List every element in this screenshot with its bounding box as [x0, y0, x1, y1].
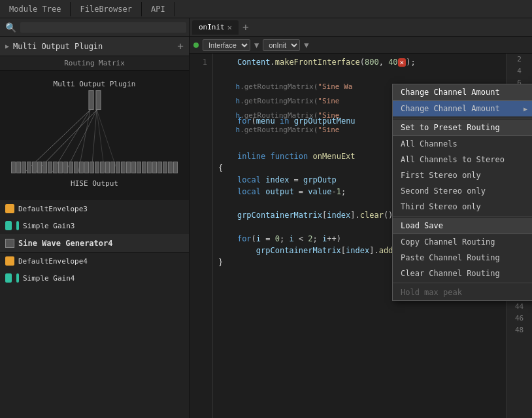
bottom-ch-31 — [168, 162, 173, 173]
tab-label: onInit — [199, 23, 225, 31]
bottom-ch-20 — [110, 162, 115, 173]
list-item[interactable]: Simple Gain4 — [0, 270, 189, 287]
ctx-item-clear-routing[interactable]: Clear Channel Routing — [393, 266, 532, 281]
ctx-label: Hold max peak — [401, 288, 462, 297]
top-bar: Module Tree FileBrowser API — [0, 0, 532, 18]
ctx-item-all-channels-stereo[interactable]: All Channels to Stereo — [393, 152, 532, 167]
routing-matrix: Routing Matrix Multi Output Plugin — [0, 56, 189, 200]
proc-group-header[interactable]: Sine Wave Generator4 — [0, 234, 189, 253]
bottom-ch-13 — [74, 162, 78, 173]
bottom-ch-27 — [147, 162, 152, 173]
gutter-num-48[interactable]: 48 — [507, 324, 532, 336]
ctx-label: Copy Channel Routing — [401, 237, 495, 247]
interface-select[interactable]: Interface — [203, 39, 250, 51]
plugin-name-label: Multi Output Plugin — [13, 42, 103, 51]
plugin-header: ▶ Multi Output Plugin + — [0, 37, 189, 56]
bottom-ch-12 — [69, 162, 73, 173]
list-item[interactable]: Simple Gain3 — [0, 217, 189, 234]
line-numbers: 1 — [190, 54, 213, 418]
ctx-label: Second Stereo only — [401, 186, 486, 196]
gutter-num-2[interactable]: 2 — [507, 54, 532, 65]
submenu-arrow-icon: ▶ — [524, 105, 527, 113]
hise-output-label: HISE Output — [71, 179, 118, 188]
ctx-label: Third Stereo only — [401, 202, 481, 211]
ctx-item-all-channels[interactable]: All Channels — [393, 136, 532, 152]
ctx-item-second-stereo[interactable]: Second Stereo only — [393, 183, 532, 199]
ctx-item-third-stereo[interactable]: Third Stereo only — [393, 199, 532, 215]
tab-close-button[interactable]: ✕ — [227, 23, 232, 32]
ctx-label: Clear Channel Routing — [401, 269, 500, 278]
bottom-ch-19 — [105, 162, 110, 173]
bottom-ch-8 — [48, 162, 52, 173]
search-input[interactable] — [20, 22, 186, 33]
bottom-ch-15 — [84, 162, 89, 173]
bottom-ch-22 — [121, 162, 125, 173]
add-button[interactable]: + — [177, 40, 184, 52]
left-panel: 🔍 ▶ Multi Output Plugin + Routing Matrix… — [0, 18, 190, 418]
bottom-ch-10 — [58, 162, 63, 173]
bottom-ch-28 — [152, 162, 157, 173]
ctx-label: Paste Channel Routing — [401, 253, 500, 262]
list-item[interactable]: DefaultEnvelope3 — [0, 200, 189, 217]
ctx-item-paste-routing[interactable]: Paste Channel Routing — [393, 250, 532, 266]
bottom-ch-21 — [116, 162, 120, 173]
bottom-ch-25 — [137, 162, 141, 173]
bottom-ch-18 — [100, 162, 105, 173]
bottom-ch-30 — [163, 162, 167, 173]
bottom-ch-9 — [53, 162, 58, 173]
code-line-2 — [218, 68, 501, 80]
proc-color-box — [5, 204, 14, 213]
bottom-ch-4 — [27, 162, 31, 173]
tab-add-button[interactable]: + — [240, 21, 252, 33]
bottom-ch-11 — [63, 162, 68, 173]
bottom-ch-23 — [126, 162, 131, 173]
ctx-item-copy-routing[interactable]: Copy Channel Routing — [393, 234, 532, 250]
proc-name-label: DefaultEnvelope3 — [18, 205, 88, 213]
bottom-ch-3 — [22, 162, 26, 173]
list-item[interactable]: DefaultEnvelope4 — [0, 253, 189, 270]
expand-arrow-icon: ▶ — [5, 43, 9, 50]
proc-color-box — [5, 221, 12, 230]
main-layout: 🔍 ▶ Multi Output Plugin + Routing Matrix… — [0, 18, 532, 418]
tab-api[interactable]: API — [142, 2, 175, 16]
ctx-item-change-channel-amount[interactable]: Change Channel Amount ▶ — [393, 101, 532, 116]
proc-name-label: DefaultEnvelope4 — [18, 257, 88, 266]
proc-color-box2 — [16, 273, 19, 283]
routing-canvas: Multi Output Plugin — [0, 71, 189, 192]
ctx-label: All Channels — [401, 139, 457, 148]
ctx-label: Change Channel Amount — [401, 104, 500, 113]
ctx-label: All Channels to Stereo — [401, 155, 505, 164]
gutter-num-44[interactable]: 44 — [507, 301, 532, 313]
gutter-num-46[interactable]: 46 — [507, 313, 532, 324]
bottom-ch-14 — [79, 162, 84, 173]
search-icon: 🔍 — [3, 21, 19, 34]
ctx-section-preset: Set to Preset Routing — [393, 120, 532, 136]
bottom-channels — [0, 162, 189, 173]
gutter-num-4[interactable]: 4 — [507, 65, 532, 77]
bottom-ch-7 — [42, 162, 47, 173]
proc-color-box2 — [16, 221, 19, 230]
bottom-ch-29 — [158, 162, 162, 173]
bottom-ch-2 — [16, 162, 21, 173]
proc-color-box — [5, 256, 14, 266]
bottom-ch-24 — [131, 162, 136, 173]
bottom-ch-1 — [11, 162, 16, 173]
tab-module-tree[interactable]: Module Tree — [0, 2, 71, 16]
tab-oninit[interactable]: onInit ✕ — [192, 20, 239, 35]
ctx-section-loadsave: Load Save — [393, 218, 532, 234]
context-menu: Change Channel Amount Change Channel Amo… — [392, 84, 532, 301]
ctx-item-hold-max-peak: Hold max peak — [393, 285, 532, 300]
proc-color-box — [5, 273, 12, 283]
ctx-separator-1 — [393, 118, 532, 118]
ctx-item-first-stereo[interactable]: First Stereo only — [393, 167, 532, 183]
ctx-label: First Stereo only — [401, 171, 481, 180]
bottom-ch-32 — [173, 162, 178, 173]
proc-name-label: Simple Gain3 — [23, 222, 75, 230]
processor-list: DefaultEnvelope3 Simple Gain3 Sine Wave … — [0, 200, 189, 418]
function-select[interactable]: onInit — [263, 39, 300, 51]
bottom-ch-16 — [90, 162, 94, 173]
right-panel: onInit ✕ + Interface ▼ onInit ▼ 1 — [190, 18, 532, 418]
tab-filebrowser[interactable]: FileBrowser — [71, 2, 141, 16]
code-line-1: Content.makeFrontInterface(800, 40​✕); — [218, 56, 501, 68]
interface-row: Interface ▼ onInit ▼ — [190, 37, 532, 54]
